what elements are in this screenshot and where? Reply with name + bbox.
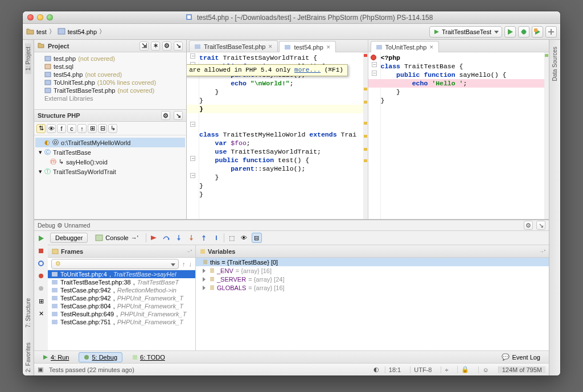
structure-item[interactable]: ◐ ⓞ o:\TraitTestMyHelloWorld xyxy=(35,138,185,147)
autoscroll-button[interactable]: ↳ xyxy=(108,124,117,133)
code-editor[interactable]: trait TraitTestSayWorldTrait { public fu… xyxy=(187,52,368,219)
variable-row[interactable]: ≣ _SERVER = {array} [24] xyxy=(196,275,549,283)
settings-icon[interactable]: ⚙ xyxy=(524,221,533,230)
coverage-button[interactable] xyxy=(532,26,543,38)
run-to-cursor-button[interactable] xyxy=(211,233,221,243)
frame-row[interactable]: TraitTestBaseTest.php:38, TraitTestBaseT xyxy=(48,278,195,286)
frames-list[interactable]: ToUnitTest.php:4, TraitTestBase->sayHel … xyxy=(48,270,195,350)
debug-button[interactable] xyxy=(518,26,529,38)
breakpoint-icon[interactable] xyxy=(371,55,376,60)
tooltip-more-link[interactable]: more... xyxy=(294,67,321,73)
force-step-into-button[interactable] xyxy=(186,233,196,243)
watches-button[interactable]: 👁 xyxy=(239,233,249,243)
debugger-tab[interactable]: Debugger xyxy=(50,233,88,243)
frame-row[interactable]: ToUnitTest.php:4, TraitTestBase->sayHel xyxy=(48,270,195,278)
expand-icon[interactable] xyxy=(203,286,206,290)
resume-button[interactable] xyxy=(36,233,46,244)
layout-toggle-button[interactable]: ⊟ xyxy=(252,233,262,243)
evaluate-button[interactable]: ⬚ xyxy=(227,233,237,243)
stop-button[interactable] xyxy=(36,246,46,256)
todo-toolwindow-tab[interactable]: 6: TODO xyxy=(127,352,170,362)
sort-visibility-button[interactable]: 👁 xyxy=(47,124,56,133)
code-editor[interactable]: <?php class TraitTestBase { public funct… xyxy=(368,52,549,219)
event-log-tab[interactable]: 💬 Event Log xyxy=(496,352,545,362)
folder-icon xyxy=(38,43,44,49)
show-fields-button[interactable]: f xyxy=(57,124,66,133)
svg-rect-25 xyxy=(96,235,102,241)
zoom-window-button[interactable] xyxy=(47,14,53,20)
minimize-window-button[interactable] xyxy=(37,14,43,20)
breadcrumb-file[interactable]: test54.php xyxy=(68,28,97,35)
editor-tabs: ToUnitTest.php✕ xyxy=(368,40,549,52)
expand-all-button[interactable]: ⊞ xyxy=(88,124,97,133)
project-tree[interactable]: test.php (not covered) test.sql test54.p… xyxy=(34,52,186,109)
breadcrumb-root[interactable]: test xyxy=(36,28,47,35)
structure-item[interactable]: ⓜ ↳ sayHello():void xyxy=(35,157,185,167)
expand-icon[interactable] xyxy=(203,269,206,273)
hide-panel-button[interactable]: ↘ xyxy=(536,221,545,230)
pin-button[interactable]: ✕ xyxy=(36,308,46,319)
settings-button[interactable] xyxy=(545,26,557,38)
settings-icon[interactable]: ⚙ xyxy=(161,111,170,120)
sidebar-tab-datasources[interactable]: Data Sources xyxy=(552,43,558,85)
show-inherited-button[interactable]: ↑ xyxy=(77,124,87,133)
hide-panel-button[interactable]: ↘ xyxy=(174,111,183,120)
encoding-selector[interactable]: UTF-8 xyxy=(410,366,435,373)
frame-row[interactable]: TestCase.php:942, PHPUnit_Framework_T xyxy=(48,294,195,302)
editor-tab[interactable]: ToUnitTest.php✕ xyxy=(371,41,440,52)
step-over-button[interactable] xyxy=(161,233,171,243)
collapse-all-button[interactable]: ⊟ xyxy=(98,124,107,133)
lock-icon[interactable]: 🔒 xyxy=(457,366,473,373)
structure-item[interactable]: ▾ Ⓣ TraitTestSayWorldTrait xyxy=(35,167,185,176)
expand-icon[interactable] xyxy=(203,277,206,282)
settings-icon[interactable]: ⚙ xyxy=(162,42,171,51)
layout-button[interactable]: ⊞ xyxy=(36,296,46,306)
variable-row[interactable]: ≣ GLOBALS = {array} [16] xyxy=(196,283,549,292)
frame-row[interactable]: TestCase.php:751, PHPUnit_Framework_T xyxy=(48,318,195,326)
thread-selector[interactable]: ⚙ xyxy=(51,259,179,269)
frame-row[interactable]: TestCase.php:942, ReflectionMethod->in xyxy=(48,286,195,294)
close-tab-button[interactable]: ✕ xyxy=(429,44,434,50)
close-window-button[interactable] xyxy=(27,14,34,20)
autoscroll-button[interactable]: ✶ xyxy=(151,42,160,51)
sidebar-tab-favorites[interactable]: 2: Favorites xyxy=(25,339,31,376)
sidebar-tab-project[interactable]: 1: Project xyxy=(25,43,31,74)
frame-row[interactable]: TestCase.php:804, PHPUnit_Framework_T xyxy=(48,302,195,310)
run-button[interactable] xyxy=(504,26,516,38)
hide-panel-button[interactable]: ↘ xyxy=(174,42,183,51)
close-tab-button[interactable]: ✕ xyxy=(268,44,273,49)
structure-item[interactable]: ▾ Ⓒ TraitTestBase xyxy=(35,147,185,157)
structure-tree[interactable]: ◐ ⓞ o:\TraitTestMyHelloWorld ▾ Ⓒ TraitTe… xyxy=(34,135,186,219)
toolwindow-quick-button[interactable]: ▣ xyxy=(38,366,43,373)
debug-toolwindow-tab[interactable]: 5: Debug xyxy=(79,352,122,362)
variable-row[interactable]: ≣ this = {TraitTestBase} [0] xyxy=(196,258,549,266)
run-toolwindow-tab[interactable]: 4: Run xyxy=(38,352,74,362)
rerun-button[interactable] xyxy=(36,258,46,269)
view-breakpoints-button[interactable] xyxy=(36,271,46,281)
show-constants-button[interactable]: c xyxy=(67,124,76,133)
tree-item: External Libraries xyxy=(35,94,185,102)
show-execution-point-button[interactable] xyxy=(149,233,159,243)
sidebar-tab-structure[interactable]: 7: Structure xyxy=(25,295,31,331)
console-tab[interactable]: Console →' xyxy=(90,233,143,243)
editor-tab[interactable]: TraitTestBaseTest.php✕ xyxy=(189,40,278,52)
frame-row[interactable]: TestResult.php:649, PHPUnit_Framework_T xyxy=(48,310,195,318)
variable-row[interactable]: ≣ _ENV = {array} [16] xyxy=(196,266,549,275)
structure-panel-header: Structure PHP ⚙ ↘ xyxy=(34,109,186,122)
collapse-all-button[interactable]: ⇲ xyxy=(139,42,149,51)
step-into-button[interactable] xyxy=(174,233,184,243)
inspection-icon[interactable]: ☺ xyxy=(478,366,492,373)
next-frame-button[interactable]: ↓ xyxy=(189,261,192,267)
editor-tab[interactable]: test54.php✕ xyxy=(279,41,335,52)
svg-rect-17 xyxy=(195,44,200,49)
step-out-button[interactable] xyxy=(199,233,209,243)
svg-marker-44 xyxy=(43,355,48,360)
mute-breakpoints-button[interactable] xyxy=(36,283,46,294)
bg-tasks-icon[interactable]: ◐ xyxy=(373,366,379,373)
prev-frame-button[interactable]: ↑ xyxy=(182,261,186,267)
run-config-selector[interactable]: TraitTestBaseTest xyxy=(429,26,502,38)
caret-position[interactable]: 18:1 xyxy=(385,366,404,373)
close-tab-button[interactable]: ✕ xyxy=(326,44,331,50)
memory-indicator[interactable]: 124M of 795M xyxy=(498,366,545,373)
sort-alpha-button[interactable]: ⇅ xyxy=(36,124,46,133)
